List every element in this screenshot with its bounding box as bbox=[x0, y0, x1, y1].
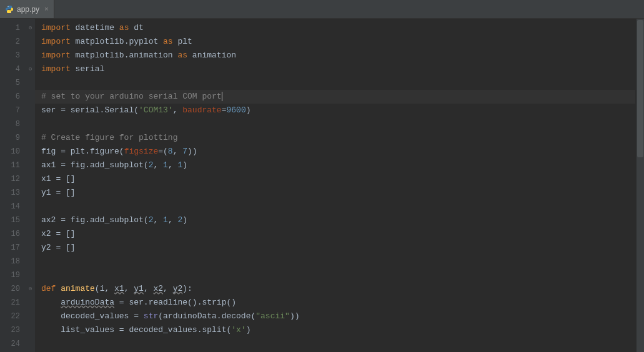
line-number: 21 bbox=[0, 296, 20, 310]
code-line[interactable]: import matplotlib.pyplot as plt bbox=[41, 35, 644, 49]
fold-column: ⊖⊖⊖ bbox=[29, 21, 35, 352]
line-number: 15 bbox=[0, 213, 20, 227]
code-line[interactable]: # Create figure for plotting bbox=[41, 131, 644, 145]
scrollbar-thumb[interactable] bbox=[637, 20, 643, 157]
line-number: 7 bbox=[0, 104, 20, 117]
file-tab[interactable]: app.py × bbox=[0, 0, 54, 18]
code-line[interactable]: def animate(i, x1, y1, x2, y2): bbox=[41, 282, 644, 296]
code-line[interactable]: import serial bbox=[41, 62, 644, 76]
tab-filename: app.py bbox=[17, 5, 39, 14]
tab-bar: app.py × bbox=[0, 0, 644, 19]
fold-marker-icon[interactable]: ⊖ bbox=[29, 282, 32, 296]
line-number: 13 bbox=[0, 186, 20, 200]
line-number: 19 bbox=[0, 268, 20, 282]
line-number: 18 bbox=[0, 255, 20, 268]
fold-marker-icon[interactable]: ⊖ bbox=[29, 62, 32, 76]
fold-marker-icon[interactable]: ⊖ bbox=[29, 21, 32, 35]
code-line[interactable]: list_values = decoded_values.split('x') bbox=[41, 323, 644, 337]
line-number: 1 bbox=[0, 21, 20, 35]
line-number: 12 bbox=[0, 172, 20, 186]
code-line[interactable]: y1 = [] bbox=[41, 186, 644, 200]
line-number: 3 bbox=[0, 49, 20, 62]
svg-point-0 bbox=[7, 6, 8, 7]
code-line[interactable]: ser = serial.Serial('COM13', baudrate=96… bbox=[41, 104, 644, 117]
code-line[interactable] bbox=[41, 200, 644, 213]
code-line[interactable] bbox=[41, 117, 644, 131]
code-line[interactable]: import matplotlib.animation as animation bbox=[41, 49, 644, 62]
svg-point-1 bbox=[10, 11, 11, 12]
line-number: 4 bbox=[0, 62, 20, 76]
code-editor: 123456789101112131415161718192021222324 … bbox=[0, 19, 644, 352]
code-line[interactable]: ax2 = fig.add_subplot(2, 1, 2) bbox=[41, 213, 644, 227]
gutter: 123456789101112131415161718192021222324 … bbox=[0, 19, 35, 352]
line-number: 14 bbox=[0, 200, 20, 213]
code-line[interactable]: ax1 = fig.add_subplot(2, 1, 1) bbox=[41, 159, 644, 172]
line-number: 23 bbox=[0, 323, 20, 337]
code-line[interactable]: arduinoData = ser.readline().strip() bbox=[41, 296, 644, 310]
line-number: 6 bbox=[0, 90, 20, 104]
text-cursor bbox=[222, 92, 222, 101]
line-number: 9 bbox=[0, 131, 20, 145]
code-line[interactable] bbox=[41, 337, 644, 351]
code-line[interactable]: import datetime as dt bbox=[41, 21, 644, 35]
code-line[interactable] bbox=[41, 255, 644, 268]
line-number: 20 bbox=[0, 282, 20, 296]
code-line[interactable]: x2 = [] bbox=[41, 227, 644, 241]
code-line[interactable]: y2 = [] bbox=[41, 241, 644, 255]
code-line[interactable]: x1 = [] bbox=[41, 172, 644, 186]
line-number: 24 bbox=[0, 337, 20, 351]
line-number: 22 bbox=[0, 310, 20, 323]
line-number: 10 bbox=[0, 145, 20, 159]
line-number: 5 bbox=[0, 76, 20, 90]
line-number: 8 bbox=[0, 117, 20, 131]
close-icon[interactable]: × bbox=[44, 6, 49, 13]
line-number: 2 bbox=[0, 35, 20, 49]
python-file-icon bbox=[5, 5, 14, 14]
scrollbar-track[interactable] bbox=[637, 19, 644, 352]
code-line[interactable]: decoded_values = str(arduinoData.decode(… bbox=[41, 310, 644, 323]
line-number: 17 bbox=[0, 241, 20, 255]
code-line[interactable] bbox=[41, 268, 644, 282]
line-number: 16 bbox=[0, 227, 20, 241]
line-numbers: 123456789101112131415161718192021222324 bbox=[0, 21, 29, 352]
code-line[interactable] bbox=[41, 76, 644, 90]
line-number: 11 bbox=[0, 159, 20, 172]
code-line[interactable]: fig = plt.figure(figsize=(8, 7)) bbox=[41, 145, 644, 159]
code-area[interactable]: import datetime as dtimport matplotlib.p… bbox=[35, 19, 644, 352]
